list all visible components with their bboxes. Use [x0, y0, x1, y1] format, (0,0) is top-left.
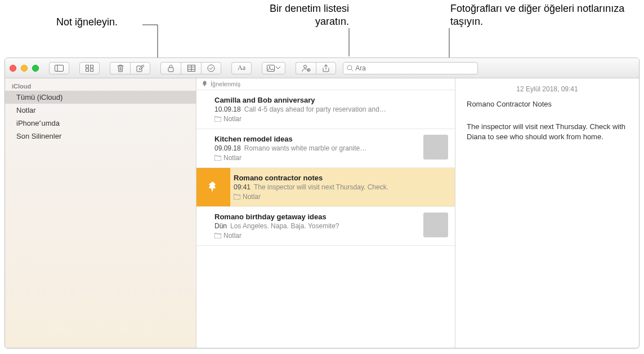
toggle-sidebar-button[interactable] [49, 62, 69, 74]
sidebar-item-notes[interactable]: Notlar [5, 104, 196, 117]
new-note-button[interactable] [130, 62, 150, 74]
note-folder: Notlar [234, 193, 448, 201]
minimize-button[interactable] [21, 65, 28, 72]
note-preview: DünLos Angeles. Napa. Baja. Yosemite? [214, 222, 418, 230]
svg-point-14 [269, 66, 270, 67]
sidebar-section-header: iCloud [5, 81, 196, 91]
pinned-section-header: İğnelenmiş [196, 78, 455, 90]
folder-icon [214, 155, 221, 161]
svg-point-15 [303, 65, 306, 68]
search-field[interactable] [343, 62, 478, 74]
note-title: Kitchen remodel ideas [214, 135, 418, 143]
svg-rect-5 [91, 69, 93, 72]
editor-title[interactable]: Romano Contractor Notes [467, 100, 628, 108]
editor-body[interactable]: The inspector will visit next Thursday. … [467, 122, 628, 142]
sidebar: iCloud Tümü (iCloud) Notlar iPhoneʼumda … [5, 78, 196, 348]
lock-icon [168, 64, 174, 72]
format-button[interactable]: Aa [231, 62, 252, 74]
search-icon [347, 65, 353, 72]
pin-icon [202, 81, 208, 87]
callout-checklist: Bir denetim listesi yaratın. [236, 2, 349, 29]
callout-media: Fotoğrafları ve diğer öğeleri notlarınız… [450, 2, 636, 29]
share-icon [323, 64, 329, 72]
svg-rect-0 [55, 65, 64, 71]
sidebar-item-all-icloud[interactable]: Tümü (iCloud) [5, 91, 196, 104]
add-people-button[interactable] [296, 62, 316, 74]
lock-button[interactable] [160, 62, 181, 74]
format-icon: Aa [238, 64, 245, 72]
zoom-button[interactable] [32, 65, 39, 72]
sidebar-item-recently-deleted[interactable]: Son Silinenler [5, 130, 196, 143]
traffic-lights [10, 65, 47, 72]
checklist-button[interactable] [201, 62, 221, 74]
note-preview: 10.09.18Call 4-5 days ahead for party re… [214, 105, 448, 113]
svg-rect-3 [91, 65, 93, 68]
pinned-label: İğnelenmiş [211, 81, 240, 87]
note-item[interactable]: Kitchen remodel ideas 09.09.18Romano wan… [196, 129, 455, 168]
folder-icon [234, 194, 240, 200]
note-folder: Notlar [214, 154, 418, 162]
svg-rect-7 [168, 68, 173, 72]
table-button[interactable] [181, 62, 201, 74]
photo-icon [267, 65, 275, 72]
note-preview: 09:41The inspector will visit next Thurs… [234, 183, 448, 191]
view-mode-button[interactable] [79, 62, 100, 74]
compose-icon [136, 64, 144, 72]
note-timestamp: 12 Eylül 2018, 09:41 [467, 85, 628, 93]
svg-point-12 [208, 65, 214, 72]
pin-badge-icon [208, 181, 218, 193]
note-thumbnail [423, 135, 448, 160]
sidebar-item-on-my-iphone[interactable]: iPhoneʼumda [5, 117, 196, 130]
svg-point-17 [347, 65, 352, 70]
note-thumbnail [423, 213, 448, 237]
media-button[interactable] [262, 62, 285, 74]
callout-pin: Not iğneleyin. [56, 16, 118, 29]
note-item-selected[interactable]: Romano contractor notes 09:41The inspect… [196, 168, 455, 207]
note-item[interactable]: Romano birthday getaway ideas DünLos Ang… [196, 207, 455, 246]
note-list: İğnelenmiş Camilla and Bob anniversary 1… [196, 78, 455, 348]
folder-icon [214, 233, 221, 238]
search-input[interactable] [355, 64, 474, 72]
close-button[interactable] [10, 65, 16, 72]
note-preview: 09.09.18Romano wants white marble or gra… [214, 144, 418, 152]
delete-button[interactable] [110, 62, 130, 74]
trash-icon [117, 64, 124, 72]
note-title: Romano contractor notes [234, 174, 448, 182]
folder-icon [214, 116, 221, 122]
titlebar: Aa [5, 58, 639, 78]
note-editor[interactable]: 12 Eylül 2018, 09:41 Romano Contractor N… [455, 78, 639, 348]
note-item[interactable]: Camilla and Bob anniversary 10.09.18Call… [196, 90, 455, 129]
checklist-icon [207, 64, 215, 72]
callout-labels: Not iğneleyin. Bir denetim listesi yarat… [0, 0, 644, 56]
note-title: Camilla and Bob anniversary [214, 96, 448, 104]
svg-rect-4 [86, 69, 89, 72]
svg-rect-13 [267, 65, 275, 71]
note-title: Romano birthday getaway ideas [214, 213, 418, 221]
app-window: Aa iCloud Tümü (iCloud) Notlar iPhon [5, 57, 639, 348]
note-folder: Notlar [214, 115, 448, 123]
svg-line-18 [351, 69, 353, 71]
chevron-down-icon [276, 67, 280, 69]
note-folder: Notlar [214, 232, 418, 240]
grid-icon [86, 65, 93, 72]
table-icon [187, 65, 195, 72]
svg-rect-2 [86, 65, 89, 68]
add-people-icon [302, 64, 311, 72]
share-button[interactable] [316, 62, 336, 74]
sidebar-icon [55, 65, 64, 72]
